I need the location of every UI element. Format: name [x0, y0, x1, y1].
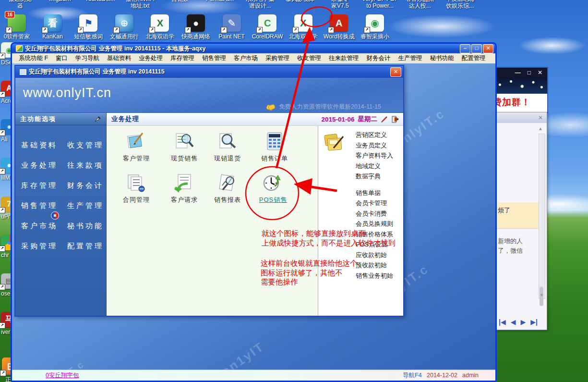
- company-status-link[interactable]: 0安丘翔宇包: [46, 371, 79, 380]
- menu-item[interactable]: 客户市场: [230, 54, 262, 62]
- sidebar-item[interactable]: 采购管理: [21, 242, 67, 251]
- menu-item[interactable]: 窗口: [52, 54, 72, 62]
- submenu-item[interactable]: 会员兑换规则: [356, 219, 393, 229]
- desktop-icon-label[interactable]: 午夜酒吧嗨饮娱乐综...: [440, 0, 480, 9]
- window-titlebar[interactable]: 安丘翔宇包装材料有限公司 业务管理 inv 20141115 - 本地服务-aq…: [12, 44, 495, 53]
- desktop-icon-label[interactable]: YouKuDel...: [80, 0, 120, 9]
- module-cash-sale[interactable]: 现货销售: [163, 132, 206, 163]
- desktop-icon[interactable]: ⊕ ↗ 文槭通用行: [108, 14, 140, 40]
- desktop-icon-label[interactable]: Format a...: [200, 0, 240, 9]
- menu-item[interactable]: 往来款管理: [325, 54, 363, 62]
- submenu-item[interactable]: 业务员定义: [356, 140, 393, 151]
- minimize-button[interactable]: –: [460, 44, 470, 53]
- module-pos-sale[interactable]: POS销售: [252, 173, 295, 204]
- desktop-icon-label: 快商通网络: [181, 33, 210, 40]
- menu-item[interactable]: 收支管理: [293, 54, 325, 62]
- menu-item[interactable]: 秘书功能: [426, 54, 458, 62]
- inner-window-titlebar[interactable]: 安丘翔宇包装材料有限公司 业务管理 inv 20141115 ✕: [15, 66, 403, 78]
- module-contract-mgmt[interactable]: 合同管理: [115, 173, 158, 204]
- menu-item[interactable]: 采购管理: [262, 54, 293, 62]
- sidebar-item[interactable]: 收支管理: [67, 141, 106, 150]
- sidebar-item[interactable]: 财务会计: [67, 181, 106, 190]
- sidebar-item[interactable]: 业务处理: [21, 161, 67, 170]
- scroll-down-icon[interactable]: ▼: [540, 293, 544, 297]
- desktop-icon[interactable]: 看 ↗ KanKan: [37, 14, 69, 40]
- module-customer-mgmt[interactable]: 客户管理: [115, 132, 158, 163]
- sidebar-item[interactable]: 配置管理: [67, 242, 106, 251]
- desktop-icon[interactable]: 16 ↗ 0软件管家: [1, 14, 33, 40]
- submenu-item[interactable]: 地域定义: [356, 161, 393, 172]
- sidebar-item[interactable]: 基础资料: [21, 141, 67, 150]
- desktop-icon-label[interactable]: 水水电子集谱设计...: [240, 0, 280, 9]
- sidebar-item[interactable]: 客户市场: [21, 222, 67, 231]
- module-sale-return[interactable]: 现销退货: [206, 132, 249, 163]
- desktop-icon-label[interactable]: 暴风影视库: [280, 0, 320, 9]
- website-link[interactable]: www.onlyIT.cn: [23, 86, 111, 100]
- pager-arrow[interactable]: ▶|: [530, 318, 538, 326]
- qq-ad-slogan[interactable]: 费加群！: [492, 94, 547, 111]
- module-sales-order[interactable]: 销售订单: [253, 132, 296, 163]
- menu-item[interactable]: 学习导航: [72, 54, 103, 62]
- desktop-icon[interactable]: ◉ ↗ 睿智采摘小: [359, 14, 391, 40]
- promo-text[interactable]: 免费人力资源管理软件最新2014-11-15: [279, 103, 381, 111]
- desktop-icon-label[interactable]: ImgBurn: [40, 0, 80, 9]
- pager-arrow[interactable]: |◀: [499, 318, 506, 326]
- menu-item[interactable]: 销售管理: [198, 54, 230, 62]
- desktop-icon-label[interactable]: 录像专家V7.5: [320, 0, 360, 9]
- app-icon: 看 ↗: [44, 14, 62, 32]
- desktop-icon[interactable]: ● ↗ 快商通网络: [180, 14, 212, 40]
- sidebar-item[interactable]: 销售管理: [21, 201, 67, 210]
- desktop-icon[interactable]: X ↗ 北海双语学: [288, 14, 319, 40]
- submenu-item[interactable]: 预收款初始: [356, 260, 393, 271]
- close-button[interactable]: ✕: [390, 67, 401, 77]
- desktop-icon-label: 北海双语学: [145, 33, 174, 40]
- exit-door-icon[interactable]: [392, 116, 398, 123]
- submenu-item[interactable]: 会员卡管理: [356, 198, 393, 209]
- close-icon[interactable]: ✕: [538, 114, 543, 121]
- desktop-icon-label[interactable]: 微信和WiFi地址.txt: [120, 0, 160, 9]
- sidebar-item[interactable]: 往来款项: [67, 161, 106, 170]
- desktop-icon[interactable]: ⚑ ↗ 短信敏感词: [72, 14, 104, 40]
- submenu-item[interactable]: 销售业务初始: [356, 271, 393, 281]
- module-sales-report[interactable]: 销售报表: [206, 173, 249, 204]
- desktop-icon[interactable]: ✎ ↗ Paint NET: [216, 14, 248, 40]
- desktop-icon[interactable]: C ↗ CorelDRAW: [252, 14, 283, 40]
- scrollbar[interactable]: ▼: [539, 134, 545, 299]
- menu-item[interactable]: 基础资料: [103, 54, 135, 62]
- menu-item[interactable]: 业务处理: [135, 54, 167, 62]
- submenu-item[interactable]: 数据字典: [356, 171, 393, 182]
- submenu-item[interactable]: 应收款初始: [356, 250, 393, 260]
- sidebar-item[interactable]: 秘书功能: [67, 222, 106, 231]
- desktop-icon-label[interactable]: 看音乐蹦斯达人投...: [400, 0, 440, 9]
- menu-item[interactable]: 配置管理: [458, 54, 490, 62]
- sidebar-item[interactable]: 库存管理: [21, 181, 67, 190]
- close-icon[interactable]: ✕: [538, 69, 542, 76]
- menu-item[interactable]: 库存管理: [167, 54, 198, 62]
- menu-item[interactable]: 生产管理: [395, 54, 426, 62]
- close-button[interactable]: ✕: [483, 44, 493, 53]
- shortcut-arrow-icon: ↗: [113, 27, 120, 33]
- scroll-up-icon[interactable]: ▲: [538, 126, 543, 131]
- submenu-item[interactable]: 会员卡消费: [356, 209, 393, 219]
- menu-item[interactable]: 系统功能 F: [15, 54, 52, 62]
- pager-arrow[interactable]: ▶: [520, 318, 526, 326]
- edit-icon[interactable]: [381, 116, 388, 123]
- desktop-icon-label[interactable]: VeryPDF PDFto Power...: [360, 0, 400, 9]
- nav-f4-link[interactable]: 导航F4: [403, 371, 422, 380]
- desktop-icon[interactable]: X ↗ 北海双语学: [144, 14, 176, 40]
- menu-item[interactable]: 财务会计: [363, 54, 395, 62]
- pin-icon[interactable]: [94, 116, 101, 123]
- submenu-item[interactable]: 营销区定义: [356, 130, 393, 140]
- maximize-icon[interactable]: □: [528, 69, 531, 76]
- maximize-button[interactable]: □: [471, 44, 482, 53]
- desktop-icon-label[interactable]: 营销数: [160, 0, 200, 9]
- submenu-item[interactable]: 销售单据: [356, 188, 393, 198]
- pager-arrow[interactable]: ◀: [511, 318, 516, 326]
- shortcut-arrow-icon: ↗: [77, 27, 84, 33]
- module-customer-request[interactable]: 客户请求: [163, 173, 206, 204]
- submenu-item[interactable]: 客户资料导入: [356, 150, 393, 161]
- desktop-icon-label[interactable]: 微速浏览器: [0, 0, 40, 9]
- desktop-icon[interactable]: A ↗ Word转换成: [323, 14, 355, 40]
- sidebar-item[interactable]: 生产管理: [67, 201, 106, 210]
- minimize-icon[interactable]: —: [515, 69, 521, 76]
